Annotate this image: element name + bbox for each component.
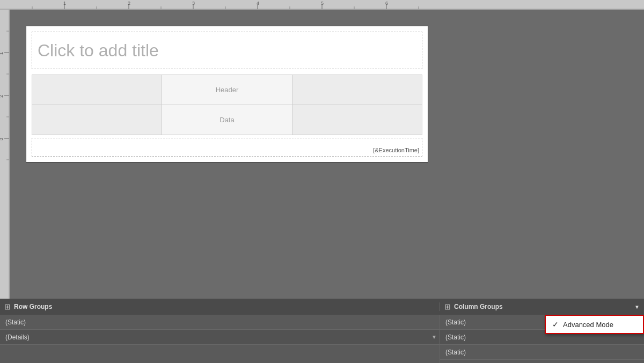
advanced-mode-popup: ✓ Advanced Mode — [545, 315, 644, 334]
row-group-details[interactable]: (Details) ▼ — [0, 330, 440, 345]
data-label: Data — [219, 116, 234, 124]
column-groups-content: (Static) (Static) (Static) ✓ Advanced Mo… — [440, 315, 644, 363]
header-cell-1[interactable] — [32, 75, 162, 105]
title-area[interactable]: Click to add title — [32, 32, 422, 69]
svg-text:6: 6 — [385, 1, 388, 6]
advanced-mode-label: Advanced Mode — [563, 321, 613, 329]
row-groups-label: Row Groups — [14, 303, 52, 310]
col-group-static-2-label: (Static) — [445, 334, 466, 341]
panel-header-row: ⊞ Row Groups ⊞ Column Groups ▼ — [0, 299, 644, 315]
svg-text:1: 1 — [0, 52, 4, 55]
advanced-mode-checkmark: ✓ — [552, 320, 559, 329]
svg-text:3: 3 — [0, 138, 4, 140]
table-header-row: Header — [32, 75, 422, 105]
svg-text:5: 5 — [321, 1, 324, 6]
panel-content: (Static) (Details) ▼ (Static) (Static) (… — [0, 315, 644, 363]
footer-area[interactable]: [&ExecutionTime] — [32, 138, 422, 157]
advanced-mode-item[interactable]: ✓ Advanced Mode — [546, 316, 643, 333]
column-groups-header: ⊞ Column Groups ▼ — [440, 302, 644, 311]
column-groups-label: Column Groups — [454, 303, 503, 310]
col-group-static-3[interactable]: (Static) — [440, 345, 644, 360]
row-groups-header: ⊞ Row Groups — [0, 302, 440, 311]
table-data-row: Data — [32, 105, 422, 135]
svg-text:2: 2 — [0, 95, 4, 98]
data-cell-2[interactable]: Data — [162, 105, 292, 135]
execution-time: [&ExecutionTime] — [373, 147, 419, 153]
col-group-static-3-label: (Static) — [445, 349, 466, 356]
details-dropdown-arrow[interactable]: ▼ — [431, 334, 437, 340]
svg-text:4: 4 — [257, 1, 259, 6]
header-cell-3[interactable] — [292, 75, 422, 105]
row-groups-icon: ⊞ — [4, 302, 11, 311]
column-groups-dropdown-arrow[interactable]: ▼ — [634, 304, 640, 310]
top-ruler: 1 2 3 4 5 6 — [0, 0, 644, 10]
canvas-area: Click to add title Header Data — [10, 10, 644, 299]
col-group-static-1-label: (Static) — [445, 318, 466, 326]
row-group-details-label: (Details) — [5, 334, 30, 341]
row-groups-content: (Static) (Details) ▼ — [0, 315, 440, 363]
svg-text:2: 2 — [128, 1, 130, 6]
left-ruler-svg: 1 2 3 — [0, 10, 10, 299]
row-group-static-label: (Static) — [5, 318, 26, 326]
data-cell-3[interactable] — [292, 105, 422, 135]
column-groups-icon: ⊞ — [444, 302, 451, 311]
report-canvas: Click to add title Header Data — [26, 26, 428, 162]
bottom-panel: ⊞ Row Groups ⊞ Column Groups ▼ (Static) … — [0, 299, 644, 363]
data-cell-1[interactable] — [32, 105, 162, 135]
ruler-svg: 1 2 3 4 5 6 — [0, 0, 644, 10]
title-placeholder[interactable]: Click to add title — [38, 41, 159, 61]
svg-text:1: 1 — [63, 1, 66, 6]
svg-text:3: 3 — [192, 1, 195, 6]
row-group-static[interactable]: (Static) — [0, 315, 440, 330]
header-label: Header — [216, 86, 239, 94]
header-cell-2[interactable]: Header — [162, 75, 292, 105]
table-area: Header Data — [32, 75, 422, 135]
left-ruler: 1 2 3 — [0, 10, 10, 299]
